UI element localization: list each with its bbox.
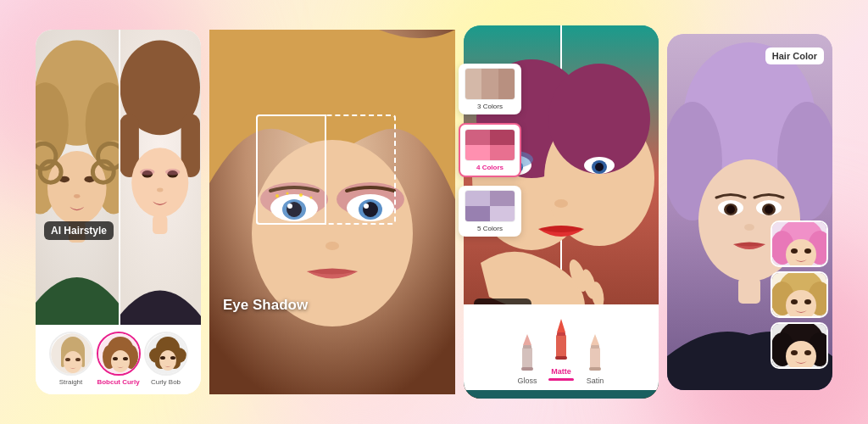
svg-rect-84 — [522, 347, 532, 371]
blonde-hair-thumb — [772, 273, 828, 318]
svg-point-79 — [595, 163, 604, 171]
svg-point-47 — [160, 356, 165, 360]
bobcut-thumb-img — [98, 333, 141, 376]
svg-point-37 — [111, 350, 130, 372]
haircolor-thumb-dark[interactable] — [771, 322, 828, 369]
svg-point-103 — [765, 205, 773, 214]
matte-active-indicator — [548, 378, 574, 381]
palette-3colors[interactable]: 3 Colors — [459, 64, 521, 114]
svg-point-104 — [744, 224, 754, 231]
haircolor-photo: Hair Color — [667, 34, 832, 390]
hairstyle-label: AI Hairstyle — [44, 221, 114, 240]
svg-rect-86 — [521, 367, 533, 371]
svg-rect-85 — [523, 345, 531, 349]
haircolor-thumb-pink[interactable] — [771, 220, 828, 267]
selection-solid-box — [256, 114, 326, 225]
haircolor-thumbnails — [771, 220, 828, 369]
svg-point-61 — [326, 242, 339, 250]
svg-rect-25 — [153, 215, 167, 234]
lipstick-gloss[interactable]: Gloss — [515, 321, 540, 385]
svg-point-118 — [791, 299, 798, 304]
svg-rect-89 — [555, 356, 567, 360]
matte-label: Matte — [551, 367, 571, 376]
svg-point-31 — [65, 358, 70, 361]
hairstyle-thumb-curly[interactable]: Curly Bob — [144, 332, 188, 386]
eyeshadow-palettes: 3 Colors 4 Colors — [459, 64, 521, 237]
hairstyle-card: AI Hairstyle — [36, 30, 201, 394]
lipstick-matte[interactable]: Matte — [548, 307, 574, 381]
hairstyle-thumb-bobcut[interactable]: Bobcut Curly — [97, 332, 141, 386]
haircolor-thumb-blonde[interactable] — [771, 271, 828, 318]
haircolor-label: Hair Color — [765, 47, 824, 64]
haircolor-card: Hair Color — [667, 34, 832, 390]
eyeshadow-card: Eye Shadow 3 Colors 4 — [209, 30, 455, 394]
palette-4colors-label: 4 Colors — [476, 164, 504, 171]
svg-point-9 — [74, 194, 80, 198]
satin-label: Satin — [587, 377, 604, 385]
svg-rect-105 — [738, 278, 760, 304]
svg-point-22 — [140, 169, 154, 175]
palette-5colors[interactable]: 5 Colors — [459, 186, 521, 237]
curly-thumb-img — [146, 333, 188, 376]
svg-point-38 — [113, 357, 118, 360]
lipstick-satin[interactable]: Satin — [582, 321, 608, 385]
svg-point-100 — [726, 205, 735, 214]
svg-point-19 — [131, 148, 188, 217]
lipstick-options: Gloss Matte — [464, 304, 659, 390]
dark-hair-thumb — [772, 324, 828, 369]
svg-point-32 — [75, 358, 81, 361]
gloss-lipstick-icon — [515, 321, 540, 374]
gloss-label: Gloss — [517, 377, 537, 385]
palette-5colors-label: 5 Colors — [477, 225, 503, 232]
svg-point-111 — [791, 248, 798, 254]
svg-point-46 — [159, 350, 176, 371]
hairstyle-thumbnails: Straight Bobcut Curly — [36, 325, 201, 394]
svg-point-24 — [157, 187, 163, 192]
svg-point-112 — [804, 248, 811, 254]
palette-4colors[interactable]: 4 Colors — [459, 123, 521, 177]
split-divider — [119, 30, 120, 325]
bobcut-label: Bobcut Curly — [97, 378, 139, 386]
eyeshadow-label: Eye Shadow — [223, 297, 308, 314]
svg-rect-91 — [591, 345, 599, 349]
straight-thumb-img — [51, 333, 93, 376]
svg-point-126 — [804, 350, 811, 355]
hairstyle-right-photo — [119, 30, 202, 325]
straight-label: Straight — [59, 378, 83, 386]
svg-rect-87 — [556, 334, 566, 360]
svg-rect-88 — [557, 332, 565, 336]
matte-lipstick-icon — [548, 307, 574, 365]
eyeshadow-photo: Eye Shadow — [209, 30, 455, 394]
svg-point-30 — [64, 351, 82, 373]
svg-rect-92 — [589, 367, 601, 371]
svg-point-39 — [123, 357, 128, 360]
hairstyle-left-photo — [36, 30, 119, 325]
satin-lipstick-icon — [582, 321, 608, 374]
svg-point-23 — [164, 169, 179, 175]
pink-hair-thumb — [772, 222, 828, 267]
svg-point-80 — [554, 199, 568, 208]
hairstyle-image: AI Hairstyle — [36, 30, 201, 325]
svg-point-125 — [791, 350, 798, 355]
svg-rect-90 — [590, 347, 600, 371]
hairstyle-thumb-straight[interactable]: Straight — [49, 332, 93, 386]
svg-point-48 — [170, 356, 175, 360]
palette-3colors-label: 3 Colors — [477, 103, 503, 110]
main-container: AI Hairstyle — [0, 0, 868, 424]
curly-label: Curly Bob — [151, 378, 181, 386]
svg-point-119 — [804, 299, 811, 304]
